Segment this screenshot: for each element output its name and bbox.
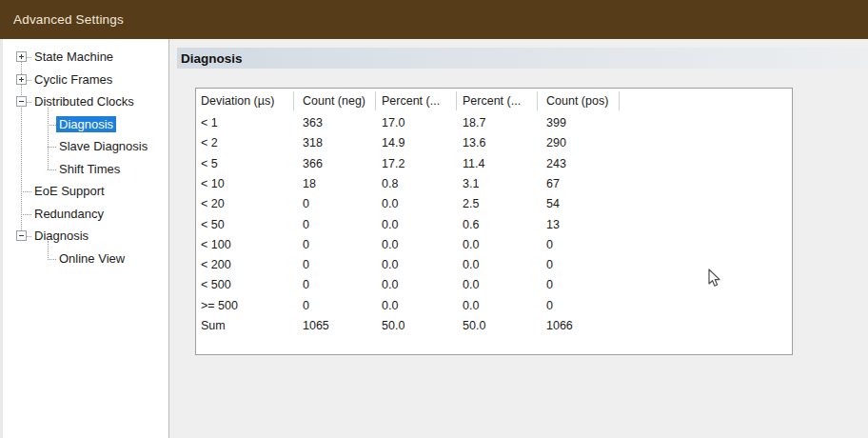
table-row[interactable]: < 20000.00.00 [196, 255, 792, 275]
tree-item-label[interactable]: Cyclic Frames [31, 71, 115, 88]
table-cell: 366 [303, 154, 323, 174]
tree-item-label[interactable]: Shift Times [56, 161, 123, 177]
tree-item-label[interactable]: Redundancy [31, 206, 107, 222]
tree-item-eoe-support[interactable]: EoE Support [3, 181, 168, 203]
table-cell: < 1 [201, 113, 218, 133]
table-cell: 1066 [546, 316, 573, 336]
table-cell: 0 [546, 235, 553, 255]
table-row[interactable]: < 231814.913.6290 [196, 133, 792, 153]
table-cell: 0.0 [463, 275, 479, 295]
table-cell: 0.8 [382, 174, 398, 194]
table-cell: < 50 [201, 215, 225, 235]
table-cell: 243 [546, 154, 566, 174]
table-cell: 0 [303, 235, 309, 255]
table-cell: 13.6 [463, 133, 485, 153]
table-cell: < 100 [201, 235, 231, 255]
table-cell: 17.0 [382, 113, 404, 133]
table-cell: 0 [546, 275, 553, 295]
tree-item-label[interactable]: Slave Diagnosis [56, 138, 150, 154]
table-cell: 0 [303, 255, 309, 275]
table-row[interactable]: < 50000.00.00 [196, 275, 792, 295]
tree-item-label[interactable]: Diagnosis [31, 228, 91, 244]
table-cell: 399 [546, 113, 566, 133]
tree-item-redundancy[interactable]: Redundancy [3, 204, 168, 226]
table-row[interactable]: < 536617.211.4243 [196, 154, 792, 174]
tree-item-diagnosis[interactable]: Diagnosis [3, 114, 168, 136]
table-row[interactable]: < 136317.018.7399 [196, 113, 792, 133]
table-cell: 67 [546, 174, 560, 194]
table-body: < 136317.018.7399< 231814.913.6290< 5366… [196, 89, 792, 354]
tree-item-diagnosis[interactable]: Diagnosis [3, 226, 168, 248]
collapse-minus-icon[interactable] [16, 230, 27, 241]
table-cell: 318 [303, 133, 323, 153]
window-title: Advanced Settings [13, 12, 124, 27]
table-cell: 14.9 [382, 133, 404, 153]
table-cell: 13 [546, 215, 560, 235]
table-cell: 11.4 [463, 154, 484, 174]
tree-connector [48, 125, 56, 126]
expand-plus-icon[interactable] [16, 51, 27, 62]
section-title: Diagnosis [181, 51, 243, 66]
table-row[interactable]: < 5000.00.613 [196, 215, 792, 235]
table-row[interactable]: Sum106550.050.01066 [196, 316, 792, 336]
tree-item-label[interactable]: State Machine [31, 49, 116, 65]
table-cell: 290 [546, 133, 566, 153]
title-bar: Advanced Settings [0, 0, 868, 39]
tree-connector [21, 214, 31, 215]
table-cell: 18 [303, 174, 316, 194]
table-cell: 0 [546, 255, 553, 275]
table-row[interactable]: >= 50000.00.00 [196, 296, 792, 316]
table-cell: 0.0 [382, 275, 398, 295]
table-cell: 0 [303, 296, 309, 316]
table-cell: 0.0 [463, 296, 479, 316]
tree-connector [21, 191, 31, 192]
table-cell: 54 [546, 194, 560, 214]
section-header: Diagnosis [177, 48, 868, 69]
table-cell: 50.0 [382, 316, 404, 336]
mouse-cursor-icon [708, 269, 720, 288]
table-cell: 0.0 [382, 215, 398, 235]
table-cell: 0 [303, 215, 309, 235]
tree-item-shift-times[interactable]: Shift Times [3, 159, 168, 181]
tree-connector [48, 169, 56, 170]
table-cell: 0 [303, 194, 309, 214]
diagnosis-table: Deviation (µs)Count (neg)Percent (...Per… [195, 88, 793, 355]
tree-item-state-machine[interactable]: State Machine [3, 47, 168, 69]
tree-connector [48, 259, 56, 260]
table-cell: 0.6 [463, 215, 479, 235]
tree-item-label[interactable]: EoE Support [31, 183, 108, 199]
expand-plus-icon[interactable] [16, 74, 27, 85]
table-cell: 0.0 [463, 235, 479, 255]
tree-panel[interactable]: State MachineCyclic FramesDistributed Cl… [0, 39, 169, 438]
tree-item-label[interactable]: Distributed Clocks [31, 93, 137, 110]
tree-item-label[interactable]: Diagnosis [56, 116, 116, 132]
table-row[interactable]: < 10180.83.167 [196, 174, 792, 194]
table-cell: < 20 [201, 194, 225, 214]
table-row[interactable]: < 2000.02.554 [196, 194, 792, 214]
table-cell: Sum [201, 316, 226, 336]
table-cell: < 200 [201, 255, 231, 275]
table-cell: 18.7 [463, 113, 485, 133]
tree-item-distributed-clocks[interactable]: Distributed Clocks [3, 91, 168, 113]
table-cell: 0 [303, 275, 309, 295]
table-cell: 0.0 [382, 235, 398, 255]
table-cell: 3.1 [463, 174, 479, 194]
table-cell: < 5 [201, 154, 218, 174]
table-cell: 363 [303, 113, 323, 133]
table-cell: 0.0 [463, 255, 479, 275]
table-cell: 2.5 [463, 194, 479, 214]
tree-item-label[interactable]: Online View [56, 250, 128, 267]
table-cell: 0.0 [382, 296, 398, 316]
table-cell: 0.0 [382, 255, 398, 275]
tree-item-online-view[interactable]: Online View [3, 249, 168, 270]
main-panel: Diagnosis Deviation (µs)Count (neg)Perce… [170, 39, 868, 438]
table-cell: >= 500 [201, 296, 238, 316]
tree-item-slave-diagnosis[interactable]: Slave Diagnosis [3, 136, 168, 158]
tree-connector [48, 147, 56, 148]
table-cell: 0.0 [382, 194, 398, 214]
tree-item-cyclic-frames[interactable]: Cyclic Frames [3, 70, 168, 91]
table-cell: 50.0 [463, 316, 485, 336]
collapse-minus-icon[interactable] [16, 96, 27, 107]
table-row[interactable]: < 10000.00.00 [196, 235, 792, 255]
table-cell: < 2 [201, 133, 218, 153]
